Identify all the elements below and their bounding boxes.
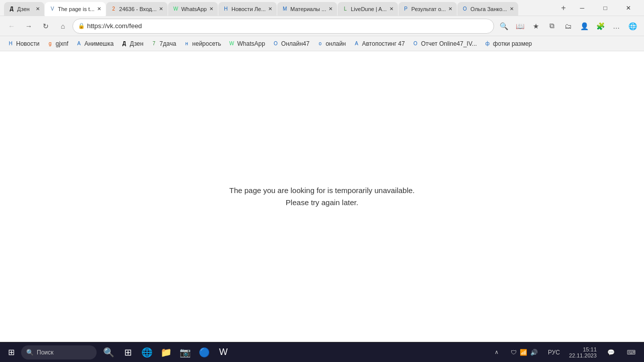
bookmark-bm-gjxnf[interactable]: g gjxnf <box>43 38 71 50</box>
keyboard-button[interactable]: ⌨ <box>622 343 640 361</box>
bookmark-bm-dzen[interactable]: Д Дзен <box>118 38 146 50</box>
tab-tab-thepage[interactable]: V The page is t... ✕ <box>45 2 106 16</box>
notification-icon: 💬 <box>607 349 615 356</box>
bookmark-label: фотки размер <box>493 40 532 47</box>
home-button[interactable]: ⌂ <box>55 19 70 34</box>
notification-button[interactable]: 💬 <box>602 343 620 361</box>
tab-tab-24636[interactable]: 2 24636 - Вход... ✕ <box>106 2 168 16</box>
tab-favicon: Р <box>403 6 410 13</box>
bookmark-favicon: о <box>316 40 324 47</box>
taskbar-clock[interactable]: 15:11 22.11.2023 <box>566 343 600 361</box>
tab-label: Материалы ... <box>290 6 326 12</box>
bookmark-favicon: А <box>353 40 360 47</box>
bookmark-bm-animeshka[interactable]: А Анимешка <box>72 38 117 50</box>
bookmark-bm-otchet[interactable]: О Отчет Online47_IV... <box>409 38 480 50</box>
sys-tray[interactable]: 🛡 📶 🔊 <box>507 343 542 361</box>
taskbar-right: ∧ 🛡 📶 🔊 РУС 15:11 22.11.2023 💬 ⌨ <box>489 343 642 361</box>
tab-close-button[interactable]: ✕ <box>387 6 394 13</box>
collections-button[interactable]: 🗂 <box>560 19 576 34</box>
forward-button[interactable]: → <box>21 19 36 34</box>
tab-favicon: 2 <box>110 6 117 13</box>
minimize-button[interactable]: ─ <box>571 0 594 16</box>
error-line2: Please try again later. <box>229 197 415 209</box>
new-tab-button[interactable]: + <box>556 1 571 15</box>
tab-close-button[interactable]: ✕ <box>33 6 40 13</box>
refresh-button[interactable]: ↻ <box>38 19 53 34</box>
taskbar-app-task-edge2[interactable]: 🔵 <box>195 343 213 361</box>
taskbar-search-text: Поиск <box>37 349 53 356</box>
tray-overflow[interactable]: ∧ <box>489 343 505 361</box>
start-button[interactable]: ⊞ <box>2 343 20 361</box>
tab-label: 24636 - Вход... <box>119 6 156 12</box>
tab-tab-livedune[interactable]: L LiveDune | A... ✕ <box>338 2 397 16</box>
address-text: https://vk.com/feed <box>87 22 489 30</box>
tab-favicon: М <box>281 6 288 13</box>
tab-tab-olga[interactable]: О Ольга Занко... ✕ <box>457 2 518 16</box>
more-button[interactable]: … <box>609 19 624 34</box>
profile-button[interactable]: 👤 <box>577 19 592 34</box>
window-controls: ─ □ ✕ <box>571 0 640 16</box>
bookmark-favicon: 7 <box>150 40 157 47</box>
nav-actions: 🔍 📖 ★ ⧉ 🗂 👤 🧩 … 🌐 <box>496 19 640 34</box>
taskbar-app-task-view[interactable]: ⊞ <box>119 343 137 361</box>
bookmark-favicon: g <box>46 40 53 47</box>
tab-close-button[interactable]: ✕ <box>95 6 102 13</box>
bookmark-bm-online47[interactable]: О Онлайн47 <box>269 38 312 50</box>
tray-up-icon: ∧ <box>493 348 501 356</box>
tab-close-button[interactable]: ✕ <box>326 6 333 13</box>
bookmark-bm-online[interactable]: о онлайн <box>313 38 349 50</box>
bookmark-favicon: Д <box>121 40 128 47</box>
bookmark-bm-novosti[interactable]: Н Новости <box>4 38 42 50</box>
reader-button[interactable]: 📖 <box>512 19 527 34</box>
volume-icon: 🔊 <box>530 349 538 356</box>
tab-tab-whatsapp[interactable]: W WhatsApp ✕ <box>168 2 218 16</box>
tab-close-button[interactable]: ✕ <box>446 6 453 13</box>
bookmark-bm-7dacha[interactable]: 7 7дача <box>147 38 179 50</box>
tab-close-button[interactable]: ✕ <box>266 6 273 13</box>
tab-tab-dzen[interactable]: Д Дзен ✕ <box>4 2 44 16</box>
taskbar: ⊞ 🔍 Поиск 🔍⊞🌐📁📷🔵W ∧ 🛡 📶 🔊 РУС 15:11 22.1… <box>0 342 644 362</box>
maximize-button[interactable]: □ <box>594 0 617 16</box>
split-view-button[interactable]: ⧉ <box>544 19 559 34</box>
lang-indicator[interactable]: РУС <box>544 343 564 361</box>
lock-icon: 🔒 <box>78 23 85 29</box>
bookmark-bm-autoposting[interactable]: А Автопостинг 47 <box>350 38 408 50</box>
favorites-button[interactable]: ★ <box>528 19 543 34</box>
main-content: The page you are looking for is temporar… <box>0 51 644 342</box>
bookmark-favicon: н <box>183 40 190 47</box>
tab-close-button[interactable]: ✕ <box>507 6 514 13</box>
tab-favicon: Д <box>8 6 15 13</box>
bookmark-label: Новости <box>16 40 39 47</box>
taskbar-app-task-edge[interactable]: 🌐 <box>138 343 156 361</box>
taskbar-apps: 🔍⊞🌐📁📷🔵W <box>100 343 232 361</box>
address-bar[interactable]: 🔒 https://vk.com/feed <box>72 19 494 34</box>
bookmark-label: онлайн <box>326 40 346 47</box>
tab-label: Новости Ле... <box>231 6 266 12</box>
taskbar-search[interactable]: 🔍 Поиск <box>21 345 97 359</box>
title-bar: Д Дзен ✕ V The page is t... ✕ 2 24636 - … <box>0 0 644 16</box>
tab-close-button[interactable]: ✕ <box>207 6 214 13</box>
edge-logo: 🌐 <box>625 19 640 34</box>
bookmark-favicon: Н <box>7 40 14 47</box>
bookmark-bm-whatsapp[interactable]: W WhatsApp <box>225 38 268 50</box>
extensions-button[interactable]: 🧩 <box>593 19 608 34</box>
tabs-container: Д Дзен ✕ V The page is t... ✕ 2 24636 - … <box>4 0 556 16</box>
back-button[interactable]: ← <box>4 19 19 34</box>
wifi-icon: 📶 <box>520 349 527 356</box>
search-button[interactable]: 🔍 <box>496 19 511 34</box>
taskbar-app-task-word[interactable]: W <box>214 343 232 361</box>
bookmark-bm-neyroset[interactable]: н нейросеть <box>180 38 224 50</box>
bookmark-label: WhatsApp <box>237 40 265 47</box>
tab-close-button[interactable]: ✕ <box>156 6 164 13</box>
taskbar-app-task-search[interactable]: 🔍 <box>100 343 118 361</box>
taskbar-app-task-explorer[interactable]: 📁 <box>157 343 175 361</box>
clock-date: 22.11.2023 <box>569 352 597 358</box>
bookmark-bm-fotki[interactable]: ф фотки размер <box>481 38 535 50</box>
tab-tab-novosti[interactable]: Н Новости Ле... ✕ <box>218 2 277 16</box>
tab-tab-rezultat[interactable]: Р Результат о... ✕ <box>398 2 457 16</box>
tab-tab-materialy[interactable]: М Материалы ... ✕ <box>277 2 337 16</box>
bookmark-label: 7дача <box>159 40 176 47</box>
bookmarks-bar: Н Новости g gjxnf А Анимешка Д Дзен 7 7д… <box>0 36 644 51</box>
taskbar-app-task-camera[interactable]: 📷 <box>176 343 194 361</box>
close-button[interactable]: ✕ <box>617 0 640 16</box>
